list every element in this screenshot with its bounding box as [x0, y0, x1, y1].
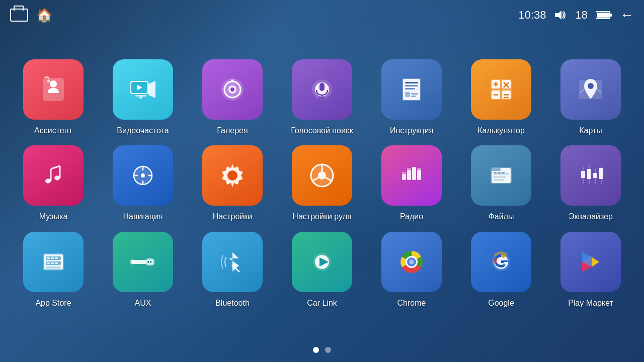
- app-assistant[interactable]: Ассистент: [16, 59, 91, 135]
- svg-point-97: [130, 259, 135, 264]
- page-dot-2[interactable]: [325, 347, 331, 353]
- app-icon-voice-search: [292, 59, 352, 120]
- app-files[interactable]: Файлы: [464, 145, 538, 221]
- app-label-maps: Карты: [579, 126, 602, 135]
- app-maps[interactable]: Карты: [553, 59, 628, 135]
- svg-rect-76: [587, 169, 591, 179]
- app-equalizer[interactable]: Эквалайзер: [553, 145, 628, 221]
- app-icon-google: [471, 232, 531, 292]
- app-icon-aux: [113, 232, 173, 292]
- svg-rect-91: [55, 262, 58, 264]
- app-music[interactable]: Музыка: [16, 145, 91, 221]
- window-icon[interactable]: [10, 9, 28, 22]
- app-label-play-market: Play Маркет: [568, 298, 613, 308]
- status-bar: 🏠 10:38 18 ←: [0, 0, 644, 30]
- svg-line-48: [51, 166, 60, 169]
- app-app-store[interactable]: App Store: [16, 232, 91, 308]
- svg-point-104: [409, 259, 414, 264]
- svg-point-53: [318, 171, 326, 179]
- svg-rect-66: [492, 168, 501, 171]
- apps-row-2: Музыка Навигация: [16, 145, 628, 221]
- app-gallery[interactable]: Галерея: [195, 59, 270, 135]
- app-label-google: Google: [488, 298, 514, 308]
- svg-rect-29: [411, 96, 416, 97]
- svg-rect-80: [599, 168, 603, 179]
- app-label-calculator: Калькулятор: [477, 126, 525, 135]
- app-voice-search[interactable]: Голосовой поиск: [285, 59, 359, 135]
- svg-rect-96: [150, 261, 151, 263]
- svg-rect-3: [597, 13, 609, 18]
- app-label-wheel-settings: Настройки руля: [292, 212, 351, 221]
- apps-container: Ассистент Видеочастота: [0, 35, 644, 332]
- svg-rect-74: [581, 171, 585, 178]
- app-aux[interactable]: AUX: [106, 232, 180, 308]
- svg-point-50: [141, 173, 145, 177]
- svg-point-5: [50, 80, 57, 87]
- app-play-market[interactable]: Play Маркет: [553, 232, 628, 308]
- svg-rect-71: [498, 172, 501, 173]
- app-icon-music: [23, 145, 84, 206]
- svg-rect-89: [47, 262, 50, 264]
- svg-rect-26: [405, 88, 415, 89]
- svg-rect-11: [139, 97, 142, 99]
- status-right: 10:38 18 ←: [518, 7, 634, 23]
- app-calculator[interactable]: Калькулятор: [464, 59, 538, 135]
- app-icon-assistant: [23, 59, 84, 120]
- page-dot-1[interactable]: [313, 347, 319, 353]
- app-settings[interactable]: Настройки: [195, 145, 270, 221]
- app-icon-radio: [381, 145, 442, 206]
- svg-point-43: [588, 83, 594, 89]
- svg-rect-2: [610, 14, 612, 17]
- svg-rect-59: [412, 167, 416, 180]
- app-label-assistant: Ассистент: [34, 126, 72, 135]
- app-label-settings: Настройки: [213, 212, 252, 221]
- app-navigation[interactable]: Навигация: [106, 145, 180, 221]
- status-left: 🏠: [10, 8, 52, 23]
- app-label-aux: AUX: [135, 298, 151, 308]
- apps-row-3: App Store AUX: [16, 232, 628, 308]
- svg-rect-63: [417, 168, 421, 170]
- volume-icon: [554, 10, 568, 21]
- app-chrome[interactable]: Chrome: [374, 232, 449, 308]
- app-label-chrome: Chrome: [397, 298, 426, 308]
- app-bluetooth[interactable]: Bluetooth: [195, 232, 270, 308]
- back-button[interactable]: ←: [620, 7, 634, 23]
- svg-rect-25: [405, 85, 418, 86]
- svg-point-51: [227, 170, 237, 180]
- app-label-radio: Радио: [400, 212, 423, 221]
- svg-rect-27: [405, 92, 410, 97]
- svg-rect-19: [319, 83, 325, 91]
- app-google[interactable]: Google: [464, 232, 538, 308]
- app-label-files: Файлы: [489, 212, 514, 221]
- app-label-bluetooth: Bluetooth: [215, 298, 250, 308]
- svg-point-16: [231, 79, 234, 82]
- app-car-link[interactable]: Car Link: [285, 232, 359, 308]
- app-label-equalizer: Эквалайзер: [569, 212, 613, 221]
- app-label-instruction: Инструкция: [390, 126, 433, 135]
- svg-rect-85: [46, 266, 61, 268]
- svg-rect-95: [147, 261, 149, 263]
- svg-rect-90: [51, 262, 54, 264]
- app-videofreq[interactable]: Видеочастота: [106, 59, 180, 135]
- app-icon-calculator: [471, 59, 531, 120]
- app-wheel-settings[interactable]: Настройки руля: [285, 145, 359, 221]
- app-icon-navigation: [113, 145, 173, 206]
- svg-rect-86: [47, 257, 50, 259]
- app-instruction[interactable]: Инструкция: [374, 59, 449, 135]
- app-label-car-link: Car Link: [307, 298, 337, 308]
- app-icon-files: [471, 145, 531, 206]
- app-label-music: Музыка: [39, 212, 68, 221]
- app-icon-instruction: [381, 59, 442, 120]
- svg-rect-62: [407, 168, 411, 170]
- app-icon-videofreq: [113, 59, 173, 120]
- app-icon-wheel-settings: [292, 145, 352, 206]
- apps-row-1: Ассистент Видеочастота: [16, 59, 628, 135]
- app-radio[interactable]: Радио: [374, 145, 449, 221]
- svg-marker-0: [555, 11, 561, 20]
- svg-rect-88: [55, 257, 58, 259]
- app-icon-maps: [560, 59, 621, 120]
- svg-rect-57: [402, 174, 406, 180]
- svg-rect-70: [494, 172, 497, 173]
- home-icon[interactable]: 🏠: [36, 8, 52, 23]
- svg-point-15: [230, 87, 234, 92]
